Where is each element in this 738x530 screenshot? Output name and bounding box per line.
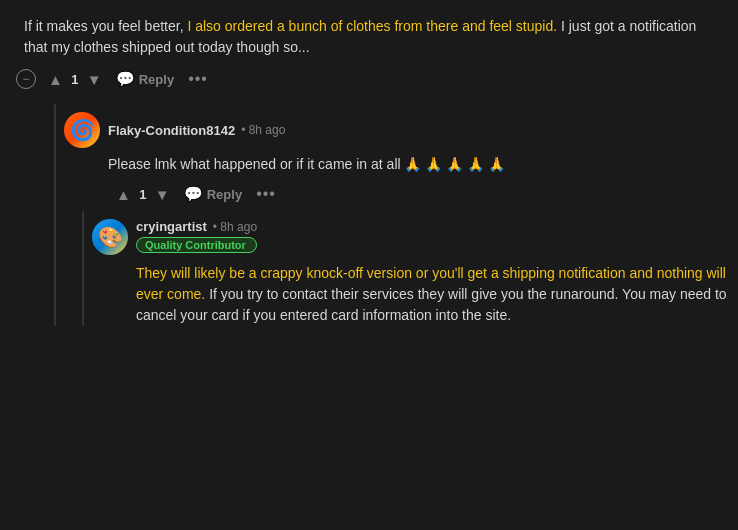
replies-container-2: 🎨 cryingartist • 8h ago Quality Contribu… [84, 211, 738, 326]
flaky-downvote[interactable]: ▼ [151, 184, 174, 205]
reply-icon-flaky: 💬 [184, 185, 203, 203]
avatar-flaky: 🌀 [64, 112, 100, 148]
vote-count: 1 [71, 72, 79, 87]
flaky-upvote[interactable]: ▲ [112, 184, 135, 205]
flaky-meta: Flaky-Condition8142 • 8h ago [108, 123, 285, 138]
avatar-emoji-flaky: 🌀 [70, 118, 95, 142]
thread-wrap-1: 🌀 Flaky-Condition8142 • 8h ago Please lm… [0, 104, 738, 326]
thread-wrap-2: 🎨 cryingartist • 8h ago Quality Contribu… [64, 211, 738, 326]
replies-container-1: 🌀 Flaky-Condition8142 • 8h ago Please lm… [56, 104, 738, 326]
crying-timestamp: • 8h ago [213, 220, 257, 234]
crying-meta: cryingartist • 8h ago Quality Contributo… [136, 219, 257, 253]
flaky-vote-count: 1 [139, 187, 147, 202]
more-button-top[interactable]: ••• [184, 68, 212, 90]
reply-button-top[interactable]: 💬 Reply [110, 66, 180, 92]
thread-container: If it makes you feel better, I also orde… [0, 0, 738, 334]
flaky-header: 🌀 Flaky-Condition8142 • 8h ago [64, 112, 738, 148]
flaky-timestamp: • 8h ago [241, 123, 285, 137]
upvote-button[interactable]: ▲ [44, 69, 67, 90]
body-highlight: I also ordered a bunch of clothes from t… [187, 18, 557, 34]
reply-label-top: Reply [139, 72, 174, 87]
crying-meta-line: cryingartist • 8h ago [136, 219, 257, 234]
body-plain-1: If it makes you feel better, [24, 18, 187, 34]
quality-badge: Quality Contributor [136, 237, 257, 253]
flaky-vote-group: ▲ 1 ▼ [112, 184, 174, 205]
top-comment-actions: − ▲ 1 ▼ 💬 Reply ••• [8, 66, 722, 92]
flaky-body: Please lmk what happened or if it came i… [64, 154, 738, 175]
top-comment: If it makes you feel better, I also orde… [0, 8, 738, 100]
flaky-username[interactable]: Flaky-Condition8142 [108, 123, 235, 138]
crying-plain: If you try to contact their services the… [136, 286, 727, 323]
reply-button-flaky[interactable]: 💬 Reply [178, 181, 248, 207]
flaky-actions: ▲ 1 ▼ 💬 Reply ••• [64, 181, 738, 207]
crying-body: They will likely be a crappy knock-off v… [92, 263, 738, 326]
reply-label-flaky: Reply [207, 187, 242, 202]
more-button-flaky[interactable]: ••• [252, 183, 280, 205]
reply-icon: 💬 [116, 70, 135, 88]
avatar-emoji-crying: 🎨 [98, 225, 123, 249]
nested-comment-crying: 🎨 cryingartist • 8h ago Quality Contribu… [92, 219, 738, 326]
collapse-button[interactable]: − [16, 69, 36, 89]
avatar-crying: 🎨 [92, 219, 128, 255]
vote-group: ▲ 1 ▼ [44, 69, 106, 90]
top-comment-body: If it makes you feel better, I also orde… [8, 16, 722, 58]
crying-username[interactable]: cryingartist [136, 219, 207, 234]
nested-comment-flaky: 🌀 Flaky-Condition8142 • 8h ago Please lm… [64, 112, 738, 207]
downvote-button[interactable]: ▼ [83, 69, 106, 90]
crying-header: 🎨 cryingartist • 8h ago Quality Contribu… [92, 219, 738, 255]
